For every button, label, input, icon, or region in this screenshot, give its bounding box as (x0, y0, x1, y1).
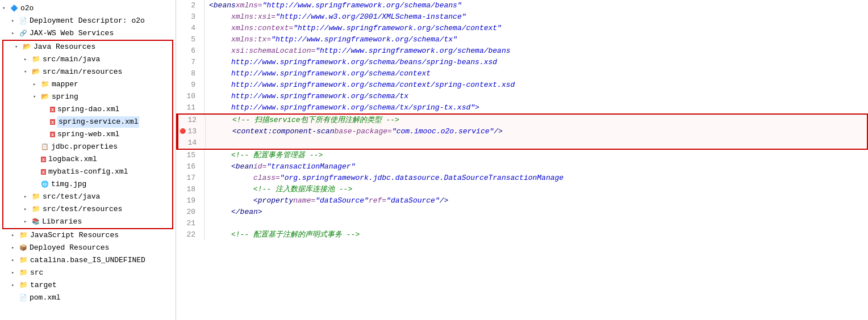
tree-item-javascript-resources[interactable]: ▸📁JavaScript Resources (0, 229, 176, 242)
tree-item-jax-ws[interactable]: ▸🔗JAX-WS Web Services (0, 27, 176, 40)
code-line-20: 20 </bean> (176, 207, 868, 218)
xml-icon: x (50, 116, 55, 128)
tree-item-java-resources[interactable]: ▾📂Java Resources (3, 41, 172, 53)
tree-label-deployed-resources: Deployed Resources (30, 242, 109, 254)
folder-open-icon: 📂 (41, 91, 49, 103)
tree-item-mybatis-config-xml[interactable]: xmybatis-config.xml (3, 166, 172, 178)
tree-item-timg-jpg[interactable]: 🌐timg.jpg (3, 178, 172, 191)
folder-open-icon: 📂 (32, 66, 40, 78)
xml-value: "http://www.springframework.org/schema/t… (271, 35, 457, 44)
xml-text (209, 35, 231, 44)
line-number-13: 13 (186, 126, 200, 137)
tree-label-jax-ws: JAX-WS Web Services (30, 28, 114, 39)
tree-item-spring-dao-xml[interactable]: xspring-dao.xml (3, 103, 172, 116)
tree-label-mapper: mapper (52, 79, 78, 90)
code-line-18: 18 <!-- 注入数据库连接池 --> (176, 184, 868, 195)
line-number-17: 17 (185, 172, 199, 184)
deployed-icon: 📦 (19, 242, 27, 254)
line-number-6: 6 (185, 45, 199, 57)
tree-item-src[interactable]: ▸📁src (0, 267, 176, 279)
tree-label-spring: spring (52, 91, 78, 103)
highlight-box: ▾📂Java Resources▸📁src/main/java▾📂src/mai… (2, 40, 173, 229)
line-content-10: http://www.springframework.org/schema/tx (209, 91, 868, 102)
code-line-17: 17 class="org.springframework.jdbc.datas… (176, 172, 868, 184)
jpg-icon: 🌐 (41, 179, 49, 190)
code-line-13: 🔴13 <context:component-scanbase-package=… (177, 126, 867, 137)
tree-arrow-javascript-resources: ▸ (11, 230, 19, 241)
tree-arrow-src-test-resources: ▸ (24, 204, 32, 215)
xml-value: "http://www.springframework.org/schema/b… (315, 47, 510, 55)
folder-icon: 📁 (32, 54, 40, 65)
tree-arrow-java-resources: ▾ (15, 41, 23, 53)
tree-label-java-resources: Java Resources (34, 41, 95, 53)
tree-item-src-main-resources[interactable]: ▾📂src/main/resources (3, 66, 172, 78)
tree-item-jdbc-properties[interactable]: 📋jdbc.properties (3, 141, 172, 153)
xml-attr: name= (293, 196, 315, 205)
line-content-13: <context:component-scanbase-package="com… (210, 126, 867, 137)
folder-icon: 📁 (19, 267, 28, 279)
code-line-14: 14 (177, 137, 867, 149)
tree-item-spring-service-xml[interactable]: xspring-service.xml (3, 116, 172, 128)
tree-item-o2o-root[interactable]: ▾🔷o2o (0, 2, 176, 15)
line-number-14: 14 (186, 137, 200, 149)
line-number-16: 16 (185, 161, 199, 172)
line-content-19: <propertyname="dataSource"ref="dataSourc… (209, 195, 868, 207)
line-number-19: 19 (185, 195, 199, 207)
code-line-21: 21 (176, 218, 868, 229)
xml-comment: <!-- 配置基于注解的声明式事务 --> (231, 230, 360, 239)
tree-item-src-test-java[interactable]: ▸📁src/test/java (3, 191, 172, 203)
code-line-7: 7 http://www.springframework.org/schema/… (176, 57, 868, 68)
line-number-10: 10 (185, 91, 199, 102)
folder-icon: 📁 (32, 191, 40, 203)
line-content-3: xmlns:xsi="http://www.w3.org/2001/XMLSch… (209, 11, 868, 23)
xml-value: http://www.springframework.org/schema/tx… (209, 103, 479, 112)
code-line-5: 5 xmlns:tx="http://www.springframework.o… (176, 34, 868, 45)
tree-item-pom-xml[interactable]: 📄pom.xml (0, 292, 176, 304)
tree-item-target[interactable]: ▸📁target (0, 279, 176, 292)
tree-arrow-src-main-java: ▸ (24, 54, 32, 65)
folder-icon: 📁 (32, 204, 40, 215)
tree-item-catalina[interactable]: ▸📁catalina.base_IS_UNDEFINED (0, 254, 176, 267)
xml-attr: xsi:schemaLocation= (231, 47, 315, 55)
pom-icon: 📄 (19, 292, 27, 304)
tree-label-o2o-root: o2o (20, 3, 34, 14)
tree-item-deployment-descriptor[interactable]: ▸📄Deployment Descriptor: o2o (0, 15, 176, 27)
tree-item-deployed-resources[interactable]: ▸📦Deployed Resources (0, 242, 176, 254)
line-content-9: http://www.springframework.org/schema/co… (209, 79, 868, 91)
tree-item-libraries[interactable]: ▸📚Libraries (3, 216, 172, 228)
xml-tag: <beans (209, 1, 236, 10)
tree-label-libraries: Libraries (42, 216, 82, 228)
tree-arrow-target: ▸ (11, 280, 19, 291)
code-line-3: 3 xmlns:xsi="http://www.w3.org/2001/XMLS… (176, 11, 868, 23)
line-content-15: <!-- 配置事务管理器 --> (209, 150, 868, 161)
tree-arrow-jax-ws: ▸ (11, 28, 19, 39)
tree-item-mapper[interactable]: ▸📁mapper (3, 78, 172, 91)
tree-item-src-test-resources[interactable]: ▸📁src/test/resources (3, 203, 172, 216)
code-line-8: 8 http://www.springframework.org/schema/… (176, 68, 868, 79)
tree-arrow-deployed-resources: ▸ (11, 242, 19, 254)
xml-tag: </bean> (231, 208, 262, 216)
xml-comment: <!-- 注入数据库连接池 --> (253, 185, 352, 193)
xml-value: "transactionManager" (266, 162, 355, 171)
xml-attr: xmlns:xsi= (231, 12, 276, 21)
xml-value: http://www.springframework.org/schema/co… (209, 81, 515, 89)
folder-open-icon: 📂 (23, 41, 31, 53)
line-content-2: <beansxmlns="http://www.springframework.… (209, 0, 868, 11)
tree-item-spring[interactable]: ▾📂spring (3, 91, 172, 103)
xml-icon: x (41, 166, 46, 178)
tree-item-spring-web-xml[interactable]: xspring-web.xml (3, 128, 172, 141)
tree-label-src: src (30, 267, 43, 279)
tree-item-src-main-java[interactable]: ▸📁src/main/java (3, 53, 172, 66)
xml-text (209, 174, 253, 182)
code-line-16: 16 <beanid="transactionManager" (176, 161, 868, 172)
line-content-20: </bean> (209, 207, 868, 218)
project-tree: ▾🔷o2o▸📄Deployment Descriptor: o2o▸🔗JAX-W… (0, 2, 176, 304)
line-number-9: 9 (185, 79, 199, 91)
xml-text (209, 230, 231, 239)
code-area: 2<beansxmlns="http://www.springframework… (176, 0, 868, 241)
tree-item-logback-xml[interactable]: xlogback.xml (3, 153, 172, 166)
line-number-21: 21 (185, 218, 199, 229)
code-line-10: 10 http://www.springframework.org/schema… (176, 91, 868, 102)
xml-text (209, 47, 231, 55)
line-number-8: 8 (185, 68, 199, 79)
